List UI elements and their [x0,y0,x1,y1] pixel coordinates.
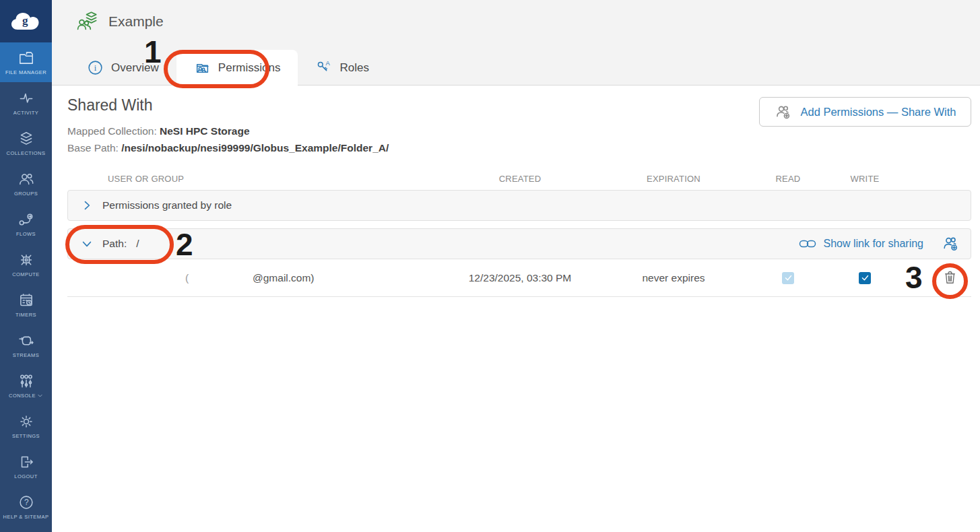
tab-bar: i Overview Permissions A Roles [52,42,980,86]
sidebar-item-label: TIMERS [15,312,36,318]
header: Example [52,0,980,42]
user-email: @gmail.com) [253,272,315,284]
folder-icon [18,49,35,67]
add-permissions-label: Add Permissions — Share With [800,106,956,119]
main-area: Example i Overview Permissions A Roles [52,0,980,532]
sidebar-item-label: COMPUTE [12,271,40,277]
sidebar-item-label: CONSOLE [9,393,36,399]
sidebar-item-console[interactable]: CONSOLE [0,365,52,405]
read-checkbox[interactable] [782,272,794,284]
streams-icon [18,332,35,350]
groups-icon [18,170,35,188]
sidebar-item-groups[interactable]: GROUPS [0,163,52,203]
add-people-icon [941,234,960,253]
sidebar-item-label: LOGOUT [14,473,37,479]
tab-label: Overview [111,61,159,75]
path-row: Path: / Show link for sharing [67,228,971,259]
sidebar-item-label: COLLECTIONS [7,150,46,156]
col-user-or-group: USER OR GROUP [67,174,453,184]
guest-collection-icon [75,10,98,33]
role-row-label: Permissions granted by role [102,199,232,211]
base-path-label: Base Path: [67,142,119,154]
sidebar-item-settings[interactable]: SETTINGS [0,405,52,446]
base-path-line: Base Path: /nesi/nobackup/nesi99999/Glob… [67,139,971,156]
show-link-label: Show link for sharing [823,238,923,250]
base-path-value: /nesi/nobackup/nesi99999/Globus_Example/… [121,142,389,154]
folder-people-icon [194,59,211,76]
check-icon [861,273,870,282]
col-read: READ [760,174,816,184]
sidebar-item-label: FILE MANAGER [5,69,46,75]
expiration-cell: never expires [587,272,760,284]
activity-icon [18,90,35,107]
role-permissions-row[interactable]: Permissions granted by role [67,190,971,221]
svg-text:?: ? [24,498,28,507]
tab-label: Permissions [218,61,281,75]
write-checkbox[interactable] [859,272,871,284]
sidebar-item-file-manager[interactable]: FILE MANAGER [0,42,52,82]
delete-permission-button[interactable] [942,269,958,287]
svg-text:g: g [22,14,28,27]
path-value: / [136,238,139,250]
sidebar-item-label: STREAMS [13,352,39,358]
add-permissions-button[interactable]: Add Permissions — Share With [759,97,971,127]
sidebar-item-collections[interactable]: COLLECTIONS [0,123,52,163]
permission-table-row: ( @gmail.com) 12/23/2025, 03:30 PM never… [67,259,971,297]
key-icon: A [315,59,332,76]
sidebar-item-streams[interactable]: STREAMS [0,325,52,365]
sidebar: g FILE MANAGER ACTIVITY COLLECTIONS GROU… [0,0,52,532]
tab-roles[interactable]: A Roles [298,50,386,86]
check-icon [784,273,793,282]
col-write: WRITE [816,174,913,184]
tab-label: Roles [339,61,368,75]
compute-icon [18,251,35,269]
permissions-panel: Shared With Add Permissions — Share With… [67,86,971,297]
link-icon [799,237,816,251]
sidebar-item-activity[interactable]: ACTIVITY [0,82,52,123]
sidebar-item-label: SETTINGS [12,433,40,439]
created-cell: 12/23/2025, 03:30 PM [453,272,587,284]
gear-icon [18,413,35,430]
sidebar-item-compute[interactable]: COMPUTE [0,244,52,284]
tab-permissions[interactable]: Permissions [176,50,298,86]
sidebar-item-flows[interactable]: FLOWS [0,203,52,244]
collections-icon [18,130,35,147]
sidebar-item-label: GROUPS [14,191,38,197]
sidebar-item-label: FLOWS [16,231,36,237]
table-header-row: USER OR GROUP CREATED EXPIRATION READ WR… [67,167,971,190]
sidebar-item-help[interactable]: ? HELP & SITEMAP [0,486,52,527]
svg-text:i: i [94,63,97,73]
mapped-collection-value: NeSI HPC Storage [160,125,250,137]
col-created: CREATED [453,174,587,184]
user-or-group-cell: ( @gmail.com) [67,259,453,296]
mapped-collection-label: Mapped Collection: [67,125,157,137]
path-expander[interactable]: Path: / [68,237,139,251]
collection-meta: Mapped Collection: NeSI HPC Storage Base… [67,123,971,156]
col-expiration: EXPIRATION [587,174,760,184]
timers-icon [18,292,35,309]
svg-text:A: A [326,60,331,67]
info-icon: i [87,59,104,76]
sidebar-item-label: ACTIVITY [13,110,38,116]
help-icon: ? [18,494,35,511]
console-icon [18,372,35,390]
tab-overview[interactable]: i Overview [69,50,176,86]
add-permission-to-path-button[interactable] [941,234,960,253]
chevron-down-icon [37,393,43,399]
path-label: Path: [102,238,127,250]
show-link-for-sharing[interactable]: Show link for sharing [799,237,923,251]
globus-logo[interactable]: g [0,0,52,42]
trash-icon [942,269,958,287]
add-people-icon [774,103,792,121]
flows-icon [18,211,35,228]
sidebar-item-label: HELP & SITEMAP [3,514,49,520]
chevron-down-icon[interactable] [80,237,94,251]
logout-icon [18,453,35,471]
chevron-right-icon[interactable] [80,199,94,212]
page-title: Example [108,13,164,30]
globus-cloud-icon: g [9,8,44,35]
user-name-redacted: ( [185,272,189,284]
sidebar-item-logout[interactable]: LOGOUT [0,446,52,486]
sidebar-item-timers[interactable]: TIMERS [0,284,52,325]
